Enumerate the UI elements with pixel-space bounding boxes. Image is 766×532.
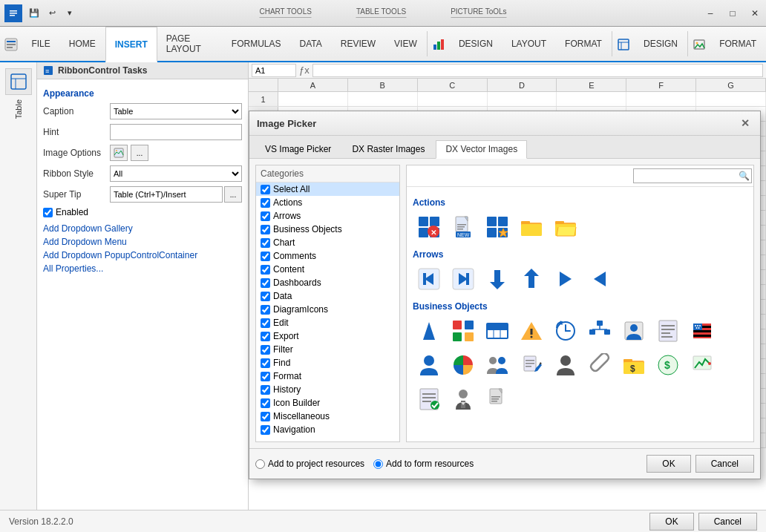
icon-arrow-left-triangle[interactable] [583,263,616,295]
maximize-button[interactable]: □ [721,0,744,27]
icon-bo-user-dark[interactable] [549,349,582,381]
tab-formulas[interactable]: FORMULAS [223,27,291,61]
dialog-ok-button[interactable]: OK [646,455,690,473]
cat-checkbox-export[interactable] [261,332,270,341]
icon-arrow-down-blue[interactable] [481,263,514,295]
cell-c1[interactable] [418,92,488,106]
icon-grid-star[interactable] [481,211,514,243]
cell-g1[interactable] [696,92,766,106]
cat-checkbox-edit[interactable] [261,318,270,328]
cat-export[interactable]: Export [256,329,399,343]
qa-undo[interactable]: ↩ [45,6,59,21]
cell-e1[interactable] [557,92,626,106]
tab-file[interactable]: FILE [22,27,59,61]
cat-checkbox-data[interactable] [261,292,270,301]
icon-bo-org-chart[interactable] [583,315,616,347]
radio-project-resources[interactable]: Add to project resources [255,459,364,469]
tab-home[interactable]: HOME [60,27,105,61]
cat-checkbox-chart[interactable] [261,238,270,248]
icon-bo-users[interactable] [481,349,514,381]
icon-bo-document-gray[interactable] [481,383,514,416]
main-ok-button[interactable]: OK [649,513,693,531]
cat-select-all[interactable]: Select All [256,183,399,196]
cat-checkbox-miscellaneous[interactable] [261,412,270,421]
icon-bo-pie-chart[interactable] [447,349,479,381]
cat-comments[interactable]: Comments [256,249,399,263]
cat-edit[interactable]: Edit [256,316,399,329]
icon-bo-document-lines[interactable] [652,315,684,347]
icon-bo-dollar-badge[interactable]: $ [652,349,684,381]
icon-bo-flag-usa[interactable] [686,315,718,347]
cat-find[interactable]: Find [256,356,399,370]
cat-checkbox-diagramicons[interactable] [261,305,270,315]
icon-arrow-right-triangle[interactable] [549,263,582,295]
tab-picture-format[interactable]: FORMAT [710,27,766,61]
tab-insert[interactable]: INSERT [105,27,157,62]
cat-chart[interactable]: Chart [256,236,399,249]
tab-view[interactable]: VIEW [385,27,427,61]
qa-save[interactable]: 💾 [27,6,42,21]
icon-arrow-up-blue[interactable] [515,263,548,295]
cat-checkbox-select-all[interactable] [261,185,270,194]
cat-checkbox-navigation[interactable] [261,425,270,435]
cat-format[interactable]: Format [256,370,399,383]
cat-miscellaneous[interactable]: Miscellaneous [256,410,399,423]
cat-checkbox-business-objects[interactable] [261,225,270,234]
cat-dashboards[interactable]: Dashboards [256,276,399,289]
ribbon-style-select[interactable]: All [110,165,242,182]
icon-bo-history[interactable] [549,315,582,347]
icon-bo-contact[interactable] [618,315,650,347]
icon-bo-edit-pencil[interactable] [515,349,548,381]
cat-filter[interactable]: Filter [256,343,399,356]
super-tip-input[interactable] [110,186,223,203]
icon-bo-folder-dollar[interactable]: $ [618,349,650,381]
super-tip-more-btn[interactable]: ... [224,186,242,203]
cat-checkbox-comments[interactable] [261,252,270,261]
minimize-button[interactable]: – [699,0,721,27]
dialog-close-button[interactable]: ✕ [738,116,753,131]
cell-a1[interactable] [278,92,348,106]
tab-design[interactable]: DESIGN [450,27,503,61]
icon-grid-blue-red[interactable]: ✕ [413,211,445,243]
cat-checkbox-filter[interactable] [261,345,270,355]
icon-bo-user-suit[interactable] [447,383,479,416]
qa-dropdown[interactable]: ▾ [62,6,77,21]
icon-bo-grid-multi[interactable] [447,315,479,347]
cell-b1[interactable] [348,92,418,106]
icon-bo-paperclip[interactable] [583,349,616,381]
icon-bo-warning[interactable] [515,315,548,347]
cat-navigation[interactable]: Navigation [256,423,399,436]
radio-project-resources-input[interactable] [255,459,265,469]
tab-vs-image-picker[interactable]: VS Image Picker [255,140,341,158]
icon-arrow-next[interactable] [447,263,479,295]
cat-content[interactable]: Content [256,263,399,276]
cat-checkbox-history[interactable] [261,385,270,395]
caption-select[interactable]: Table [110,103,242,119]
cat-checkbox-dashboards[interactable] [261,278,270,288]
cat-checkbox-content[interactable] [261,265,270,275]
ribbon-home-icon[interactable] [0,27,22,62]
cat-diagramicons[interactable]: DiagramIcons [256,303,399,316]
cat-data[interactable]: Data [256,289,399,303]
add-dropdown-gallery-link[interactable]: Add Dropdown Gallery [43,223,242,234]
dialog-cancel-button[interactable]: Cancel [695,455,754,473]
tab-dx-vector-images[interactable]: DX Vector Images [436,140,527,159]
add-dropdown-popup-link[interactable]: Add Dropdown PopupControlContainer [43,250,242,260]
icon-bo-table[interactable] [481,315,514,347]
cat-checkbox-format[interactable] [261,372,270,381]
main-cancel-button[interactable]: Cancel [698,513,757,531]
tab-layout[interactable]: LAYOUT [503,27,556,61]
icons-search-input[interactable] [633,168,752,183]
icon-bo-user-blue[interactable] [413,349,445,381]
icon-folder-open[interactable] [549,211,582,243]
table-button[interactable] [5,68,32,95]
icon-bo-arrow-up[interactable] [413,315,445,347]
icon-document-blank[interactable]: NEW [447,211,479,243]
icon-bo-chart-green[interactable] [686,349,718,381]
cat-icon-builder[interactable]: Icon Builder [256,396,399,410]
cat-checkbox-icon-builder[interactable] [261,398,270,408]
cell-reference-input[interactable] [252,64,296,77]
formula-input[interactable] [312,64,763,77]
icon-folder-yellow[interactable] [515,211,548,243]
cat-arrows[interactable]: Arrows [256,209,399,223]
